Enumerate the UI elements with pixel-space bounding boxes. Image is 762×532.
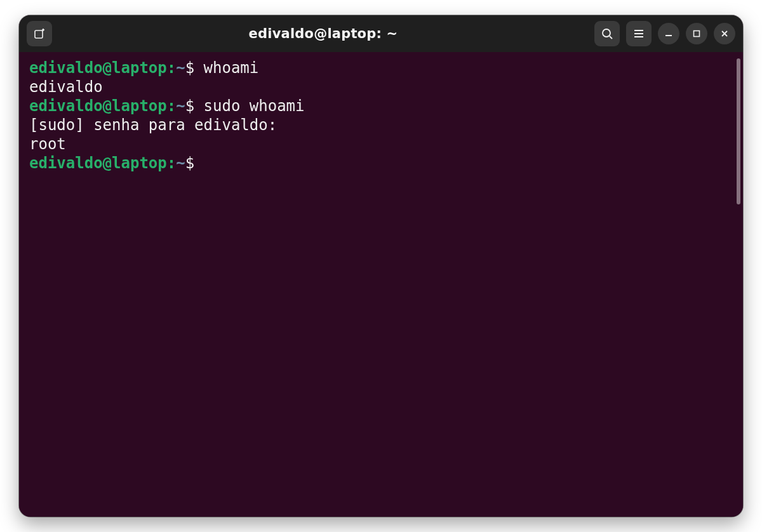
window-title: edivaldo@laptop: ~ bbox=[57, 26, 589, 41]
prompt-userhost: edivaldo@laptop bbox=[29, 154, 167, 172]
terminal-output: root bbox=[29, 135, 733, 154]
new-tab-icon bbox=[33, 27, 46, 40]
prompt-userhost: edivaldo@laptop bbox=[29, 59, 167, 77]
titlebar: edivaldo@laptop: ~ bbox=[19, 15, 743, 52]
search-icon bbox=[601, 27, 613, 40]
terminal-window: edivaldo@laptop: ~ bbox=[19, 15, 743, 517]
svg-rect-9 bbox=[694, 31, 700, 37]
minimize-button[interactable] bbox=[658, 23, 679, 44]
close-button[interactable] bbox=[714, 23, 735, 44]
prompt-userhost: edivaldo@laptop bbox=[29, 97, 167, 115]
terminal-output: edivaldo bbox=[29, 77, 733, 96]
scrollbar-thumb[interactable] bbox=[737, 58, 740, 204]
terminal-line: edivaldo@laptop:~$ bbox=[29, 154, 733, 173]
command-text: whoami bbox=[204, 59, 259, 77]
command-text: sudo whoami bbox=[204, 97, 305, 115]
terminal-body[interactable]: edivaldo@laptop:~$ whoami edivaldo ediva… bbox=[19, 52, 743, 517]
maximize-button[interactable] bbox=[686, 23, 707, 44]
prompt-symbol: $ bbox=[185, 154, 194, 172]
svg-point-3 bbox=[603, 29, 610, 37]
terminal-output: [sudo] senha para edivaldo: bbox=[29, 116, 733, 135]
search-button[interactable] bbox=[594, 21, 620, 46]
prompt-symbol: $ bbox=[185, 97, 194, 115]
svg-rect-0 bbox=[35, 30, 43, 38]
svg-line-4 bbox=[610, 36, 612, 39]
prompt-sep: : bbox=[167, 154, 176, 172]
prompt-sep: : bbox=[167, 59, 176, 77]
terminal-line: edivaldo@laptop:~$ whoami bbox=[29, 58, 733, 77]
menu-button[interactable] bbox=[626, 21, 652, 46]
minimize-icon bbox=[664, 29, 674, 39]
new-tab-button[interactable] bbox=[27, 21, 52, 46]
prompt-symbol: $ bbox=[185, 59, 194, 77]
hamburger-icon bbox=[632, 27, 645, 40]
prompt-path: ~ bbox=[176, 59, 185, 77]
prompt-path: ~ bbox=[176, 97, 185, 115]
close-icon bbox=[719, 29, 730, 39]
prompt-sep: : bbox=[167, 97, 176, 115]
maximize-icon bbox=[692, 29, 702, 39]
prompt-path: ~ bbox=[176, 154, 185, 172]
terminal-line: edivaldo@laptop:~$ sudo whoami bbox=[29, 96, 733, 116]
